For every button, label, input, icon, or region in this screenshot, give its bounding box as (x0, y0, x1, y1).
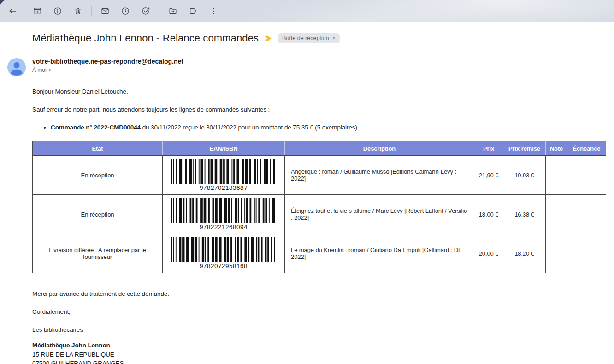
cell-note: — (546, 195, 567, 234)
delete-button[interactable] (68, 1, 88, 21)
mark-unread-button[interactable] (95, 1, 115, 21)
order-list: Commande n° 2022-CMD00044 du 30/11/2022 … (32, 124, 606, 131)
label-tag-icon (189, 6, 198, 16)
subject-row: Médiathèque John Lennon - Relance comman… (32, 32, 614, 44)
inbox-label-text: Boîte de réception (282, 35, 329, 41)
barcode: 9782072958168 (166, 237, 281, 270)
toolbar-divider (91, 6, 92, 16)
greeting-text: Bonjour Monsieur Daniel Letouche, (32, 88, 606, 95)
cell-prix: 18,00 € (474, 195, 503, 234)
cell-etat: En réception (33, 195, 163, 234)
sender-row: votre-bibliotheque.ne-pas-repondre@decal… (0, 58, 614, 77)
email-body: Bonjour Monsieur Daniel Letouche, Sauf e… (32, 88, 606, 364)
column-header: Prix (474, 141, 503, 156)
envelope-icon (100, 6, 110, 16)
signoff-text: Les bibliothécaires (32, 326, 606, 333)
recipient-dropdown[interactable]: À moi ▾ (32, 67, 51, 73)
order-list-item: Commande n° 2022-CMD00044 du 30/11/2022 … (51, 124, 606, 131)
cell-ean: 9782221268094 (163, 195, 285, 234)
more-options-button[interactable] (203, 1, 224, 21)
order-table: EtatEAN/ISBNDescriptionPrixPrix remiséNo… (32, 141, 606, 273)
table-body: En réception 9782702183687 Angélique : r… (33, 156, 606, 273)
chevron-down-icon: ▾ (49, 68, 51, 72)
cell-description: Éteignez tout et la vie s allume / Marc … (285, 195, 474, 234)
column-header: EAN/ISBN (163, 141, 285, 156)
snooze-button[interactable] (115, 1, 136, 21)
order-details: du 30/11/2022 reçue le 30/11/2022 pour u… (141, 124, 357, 131)
cell-echeance: — (567, 234, 606, 273)
cell-prix: 20,00 € (474, 234, 503, 273)
barcode-image (171, 237, 276, 262)
recipient-label: À moi (32, 67, 47, 73)
move-to-button[interactable] (163, 1, 183, 21)
importance-marker-icon[interactable] (265, 35, 272, 41)
back-arrow-icon (8, 6, 17, 16)
mail-toolbar (0, 0, 614, 22)
org-name: Médiathèque John Lennon (32, 341, 606, 350)
org-address-line1: 15 RUE DE LA REPUBLIQUE (32, 350, 606, 359)
cell-note: — (546, 234, 567, 273)
cell-ean: 9782702183687 (163, 156, 285, 195)
column-header: Description (285, 141, 474, 156)
closing-text: Cordialement, (32, 308, 606, 315)
person-icon (7, 58, 26, 76)
labels-button[interactable] (183, 1, 203, 21)
barcode-number: 9782072958168 (200, 263, 248, 270)
cell-prix-remise: 16,38 € (503, 195, 546, 234)
report-spam-icon (53, 6, 62, 16)
barcode-image (171, 198, 276, 223)
sender-email: votre-bibliotheque.ne-pas-repondre@decal… (32, 58, 614, 65)
table-row: En réception 9782702183687 Angélique : r… (33, 156, 606, 195)
barcode-number: 9782221268094 (200, 223, 248, 230)
email-subject: Médiathèque John Lennon - Relance comman… (32, 32, 259, 44)
cell-etat: Livraison différée : A remplacer par le … (33, 234, 163, 273)
column-header: Etat (33, 141, 163, 156)
cell-description: Le mage du Kremlin : roman / Giuliano Da… (285, 234, 474, 273)
cell-echeance: — (567, 156, 606, 195)
intro-text: Sauf erreur de notre part, nous attendon… (32, 106, 606, 113)
table-row: Livraison différée : A remplacer par le … (33, 234, 606, 273)
cell-prix: 21,90 € (474, 156, 503, 195)
archive-icon (33, 6, 42, 16)
table-header-row: EtatEAN/ISBNDescriptionPrixPrix remiséNo… (33, 141, 606, 156)
column-header: Prix remisé (503, 141, 546, 156)
more-vert-icon (209, 6, 218, 16)
barcode: 9782221268094 (166, 198, 281, 230)
clock-icon (121, 6, 130, 16)
cell-prix-remise: 19,93 € (503, 156, 546, 195)
cell-description: Angélique : roman / Guillaume Musso [Edi… (285, 156, 474, 195)
cell-ean: 9782072958168 (163, 234, 285, 273)
back-button[interactable] (2, 1, 23, 21)
org-address-line2: 07500 GUILHERAND GRANGES (32, 359, 606, 364)
folder-move-icon (168, 6, 177, 16)
sender-avatar[interactable] (7, 58, 26, 76)
report-spam-button[interactable] (47, 1, 68, 21)
cell-note: — (546, 156, 567, 195)
column-header: Note (546, 141, 567, 156)
trash-icon (73, 6, 83, 16)
barcode: 9782702183687 (166, 159, 281, 191)
archive-button[interactable] (27, 1, 47, 21)
task-check-icon (141, 6, 150, 16)
barcode-number: 9782702183687 (200, 184, 248, 191)
email-pane: Médiathèque John Lennon - Relance comman… (0, 0, 614, 364)
column-header: Échéance (567, 141, 606, 156)
table-row: En réception 9782221268094 Éteignez tout… (33, 195, 606, 234)
add-to-tasks-button[interactable] (136, 1, 156, 21)
inbox-label-chip[interactable]: Boîte de réception × (278, 33, 339, 43)
barcode-image (171, 159, 276, 184)
remove-label-icon[interactable]: × (332, 35, 336, 41)
toolbar-divider (159, 6, 159, 16)
cell-echeance: — (567, 195, 606, 234)
order-number: Commande n° 2022-CMD00044 (51, 124, 141, 131)
cell-etat: En réception (33, 156, 163, 195)
thanks-text: Merci par avance du traitement de cette … (32, 290, 606, 297)
cell-prix-remise: 18,20 € (503, 234, 546, 273)
